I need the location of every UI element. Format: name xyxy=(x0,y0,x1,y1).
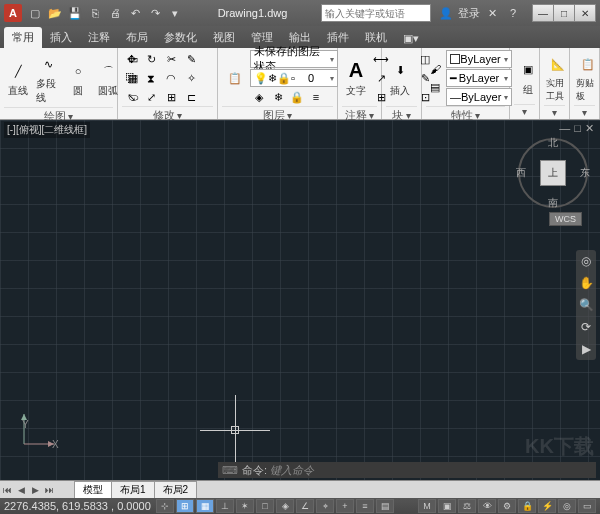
text-button[interactable]: A文字 xyxy=(342,50,370,106)
layer-lock-icon[interactable]: 🔒 xyxy=(288,88,306,106)
layer-state-combo[interactable]: 未保存的图层状态▾ xyxy=(250,50,338,68)
status-lwt[interactable]: ≡ xyxy=(356,499,374,513)
wcs-badge[interactable]: WCS xyxy=(549,212,582,226)
viewcube-north[interactable]: 北 xyxy=(548,136,558,150)
viewcube-south[interactable]: 南 xyxy=(548,196,558,210)
tab-view[interactable]: 视图 xyxy=(205,27,243,48)
qat-saveas-icon[interactable]: ⎘ xyxy=(86,4,104,22)
coordinates-readout[interactable]: 2276.4385, 619.5833 , 0.0000 xyxy=(4,500,154,512)
viewcube-west[interactable]: 西 xyxy=(516,166,526,180)
match-prop-icon[interactable]: 🖌 xyxy=(426,60,444,78)
status-snap[interactable]: ⊞ xyxy=(176,499,194,513)
lineweight-combo[interactable]: ━ByLayer▾ xyxy=(446,69,512,87)
tab-home[interactable]: 常用 xyxy=(4,27,42,48)
circle-button[interactable]: ○圆 xyxy=(64,50,92,107)
status-clean-screen[interactable]: ▭ xyxy=(578,499,596,513)
status-3dosnap[interactable]: ◈ xyxy=(276,499,294,513)
scale-icon[interactable]: ⤢ xyxy=(142,88,160,106)
tab-first-icon[interactable]: ⏮ xyxy=(0,485,14,495)
qat-undo-icon[interactable]: ↶ xyxy=(126,4,144,22)
tab-last-icon[interactable]: ⏭ xyxy=(42,485,56,495)
qat-redo-icon[interactable]: ↷ xyxy=(146,4,164,22)
status-modelspace[interactable]: M xyxy=(418,499,436,513)
qat-new-icon[interactable]: ▢ xyxy=(26,4,44,22)
status-ducs[interactable]: ⌖ xyxy=(316,499,334,513)
qat-print-icon[interactable]: 🖨 xyxy=(106,4,124,22)
login-icon[interactable]: 👤 xyxy=(437,4,455,22)
array-icon[interactable]: ⊞ xyxy=(162,88,180,106)
layer-current-combo[interactable]: 💡❄🔒▫ 0▾ xyxy=(250,69,338,87)
nav-orbit-icon[interactable]: ⟳ xyxy=(576,316,596,338)
status-quickprop[interactable]: ▣ xyxy=(438,499,456,513)
erase-icon[interactable]: ✎ xyxy=(182,50,200,68)
command-line[interactable]: ⌨ 命令: 键入命令 xyxy=(218,462,596,478)
nav-zoom-icon[interactable]: 🔍 xyxy=(576,294,596,316)
line-button[interactable]: ╱直线 xyxy=(4,50,32,107)
tab-online[interactable]: 联机 xyxy=(357,27,395,48)
viewcube-east[interactable]: 东 xyxy=(580,166,590,180)
tab-model[interactable]: 模型 xyxy=(74,481,112,499)
measure-button[interactable]: 📐实用工具 xyxy=(544,50,572,105)
status-polar[interactable]: ✶ xyxy=(236,499,254,513)
viewport-min-icon[interactable]: — xyxy=(559,122,570,135)
layer-match-icon[interactable]: ≡ xyxy=(307,88,325,106)
viewport-max-icon[interactable]: □ xyxy=(574,122,581,135)
tab-parametric[interactable]: 参数化 xyxy=(156,27,205,48)
move-icon[interactable]: ✥ xyxy=(122,50,140,68)
nav-showmotion-icon[interactable]: ▶ xyxy=(576,338,596,360)
tab-layout1[interactable]: 布局1 xyxy=(111,481,155,499)
status-dyn[interactable]: + xyxy=(336,499,354,513)
copy-icon[interactable]: ⿻ xyxy=(122,69,140,87)
close-button[interactable]: ✕ xyxy=(574,4,596,22)
status-lock-ui[interactable]: 🔒 xyxy=(518,499,536,513)
viewport-close-icon[interactable]: ✕ xyxy=(585,122,594,135)
linetype-combo[interactable]: —ByLayer▾ xyxy=(446,88,512,106)
qat-save-icon[interactable]: 💾 xyxy=(66,4,84,22)
status-annovisibility[interactable]: 👁 xyxy=(478,499,496,513)
exchange-icon[interactable]: ✕ xyxy=(483,4,501,22)
insert-button[interactable]: ⬇插入 xyxy=(386,50,414,106)
status-grid[interactable]: ▦ xyxy=(196,499,214,513)
tab-expand-icon[interactable]: ▣▾ xyxy=(395,29,427,48)
nav-pan-icon[interactable]: ✋ xyxy=(576,272,596,294)
polyline-button[interactable]: ∿多段线 xyxy=(34,50,62,107)
tab-prev-icon[interactable]: ◀ xyxy=(14,485,28,495)
status-otrack[interactable]: ∠ xyxy=(296,499,314,513)
help-icon[interactable]: ? xyxy=(504,4,522,22)
status-osnap[interactable]: □ xyxy=(256,499,274,513)
viewcube-top-face[interactable]: 上 xyxy=(540,160,566,186)
status-tpy[interactable]: ▤ xyxy=(376,499,394,513)
help-search-input[interactable] xyxy=(321,4,431,22)
fillet-icon[interactable]: ◠ xyxy=(162,69,180,87)
status-workspace[interactable]: ⚙ xyxy=(498,499,516,513)
tab-layout2[interactable]: 布局2 xyxy=(154,481,198,499)
trim-icon[interactable]: ✂ xyxy=(162,50,180,68)
layer-properties-button[interactable]: 📋 xyxy=(222,50,248,106)
prop-list-icon[interactable]: ▤ xyxy=(426,79,444,97)
app-icon[interactable]: A xyxy=(4,4,22,22)
layer-freeze-icon[interactable]: ❄ xyxy=(269,88,287,106)
viewcube[interactable]: 上 北 南 东 西 xyxy=(518,138,588,208)
group-button[interactable]: ▣组 xyxy=(514,50,542,104)
qat-open-icon[interactable]: 📂 xyxy=(46,4,64,22)
tab-next-icon[interactable]: ▶ xyxy=(28,485,42,495)
status-infer[interactable]: ⊹ xyxy=(156,499,174,513)
paste-button[interactable]: 📋剪贴板 xyxy=(574,50,600,105)
status-isolate[interactable]: ◎ xyxy=(558,499,576,513)
explode-icon[interactable]: ✧ xyxy=(182,69,200,87)
tab-annotate[interactable]: 注释 xyxy=(80,27,118,48)
rotate-icon[interactable]: ↻ xyxy=(142,50,160,68)
mirror-icon[interactable]: ⧗ xyxy=(142,69,160,87)
tab-layout[interactable]: 布局 xyxy=(118,27,156,48)
offset-icon[interactable]: ⊏ xyxy=(182,88,200,106)
status-hardware-accel[interactable]: ⚡ xyxy=(538,499,556,513)
maximize-button[interactable]: □ xyxy=(553,4,575,22)
layer-iso-icon[interactable]: ◈ xyxy=(250,88,268,106)
tab-insert[interactable]: 插入 xyxy=(42,27,80,48)
nav-wheel-icon[interactable]: ◎ xyxy=(576,250,596,272)
color-combo[interactable]: ByLayer▾ xyxy=(446,50,512,68)
stretch-icon[interactable]: ⤡ xyxy=(122,88,140,106)
status-ortho[interactable]: ⊥ xyxy=(216,499,234,513)
qat-dropdown-icon[interactable]: ▾ xyxy=(166,4,184,22)
drawing-area[interactable]: [-][俯视][二维线框] — □ ✕ YX 上 北 南 东 西 WCS ◎ ✋… xyxy=(0,120,600,480)
